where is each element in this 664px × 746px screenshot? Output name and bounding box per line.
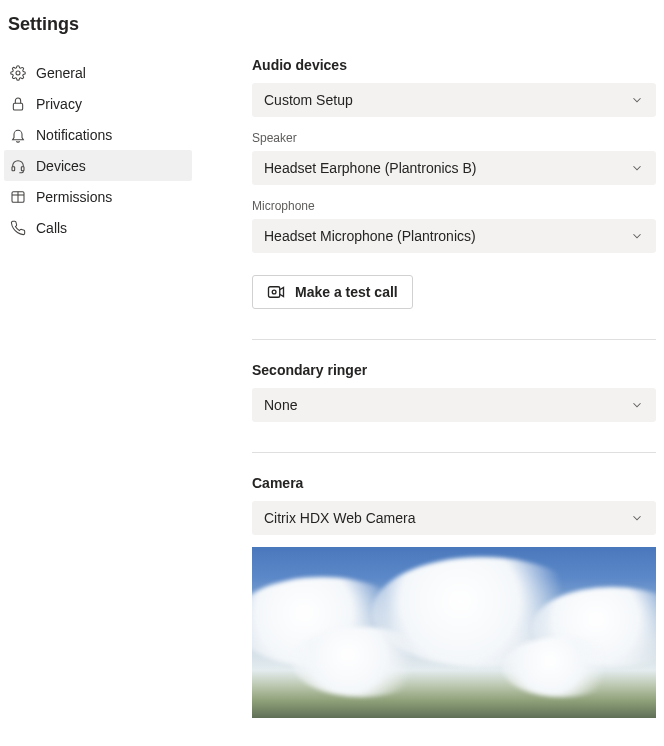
sidebar-item-label: Permissions (36, 189, 112, 205)
sidebar-item-notifications[interactable]: Notifications (4, 119, 192, 150)
secondary-ringer-heading: Secondary ringer (252, 362, 656, 378)
lock-icon (10, 96, 26, 112)
settings-sidebar: General Privacy Notifications Devices Pe (0, 57, 192, 718)
secondary-ringer-select[interactable]: None (252, 388, 656, 422)
svg-rect-3 (21, 166, 24, 170)
chevron-down-icon (630, 229, 644, 243)
microphone-value: Headset Microphone (Plantronics) (264, 228, 476, 244)
speaker-value: Headset Earphone (Plantronics B) (264, 160, 476, 176)
make-test-call-button[interactable]: Make a test call (252, 275, 413, 309)
svg-rect-1 (13, 103, 22, 110)
sidebar-item-devices[interactable]: Devices (4, 150, 192, 181)
phone-icon (10, 220, 26, 236)
sidebar-item-label: Privacy (36, 96, 82, 112)
section-divider (252, 452, 656, 453)
gear-icon (10, 65, 26, 81)
sidebar-item-label: Devices (36, 158, 86, 174)
chevron-down-icon (630, 93, 644, 107)
sidebar-item-calls[interactable]: Calls (4, 212, 192, 243)
svg-point-0 (16, 71, 20, 75)
speaker-label: Speaker (252, 131, 656, 145)
speaker-select[interactable]: Headset Earphone (Plantronics B) (252, 151, 656, 185)
microphone-label: Microphone (252, 199, 656, 213)
test-call-icon (267, 283, 285, 301)
camera-select[interactable]: Citrix HDX Web Camera (252, 501, 656, 535)
settings-main: Audio devices Custom Setup Speaker Heads… (192, 57, 664, 718)
bell-icon (10, 127, 26, 143)
chevron-down-icon (630, 161, 644, 175)
audio-setup-value: Custom Setup (264, 92, 353, 108)
key-icon (10, 189, 26, 205)
sidebar-item-permissions[interactable]: Permissions (4, 181, 192, 212)
sidebar-item-label: Notifications (36, 127, 112, 143)
svg-rect-2 (12, 166, 15, 170)
audio-devices-heading: Audio devices (252, 57, 656, 73)
headset-icon (10, 158, 26, 174)
svg-rect-7 (269, 287, 280, 298)
secondary-ringer-value: None (264, 397, 297, 413)
make-test-call-label: Make a test call (295, 284, 398, 300)
sidebar-item-label: General (36, 65, 86, 81)
camera-heading: Camera (252, 475, 656, 491)
sidebar-item-general[interactable]: General (4, 57, 192, 88)
microphone-select[interactable]: Headset Microphone (Plantronics) (252, 219, 656, 253)
camera-preview (252, 547, 656, 718)
chevron-down-icon (630, 511, 644, 525)
audio-setup-select[interactable]: Custom Setup (252, 83, 656, 117)
sidebar-item-privacy[interactable]: Privacy (4, 88, 192, 119)
svg-point-8 (272, 290, 276, 294)
chevron-down-icon (630, 398, 644, 412)
section-divider (252, 339, 656, 340)
camera-value: Citrix HDX Web Camera (264, 510, 415, 526)
sidebar-item-label: Calls (36, 220, 67, 236)
page-title: Settings (0, 0, 664, 35)
